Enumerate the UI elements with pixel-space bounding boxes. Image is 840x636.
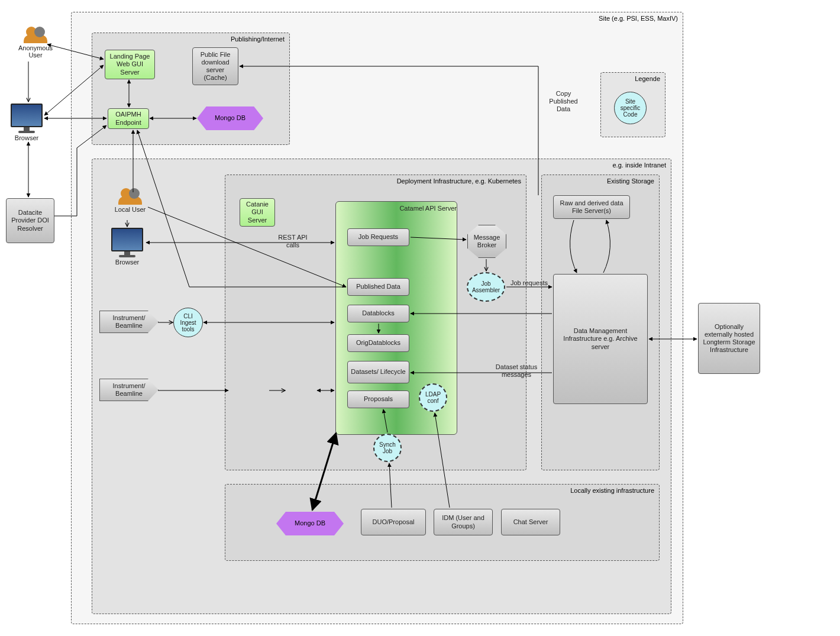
landing-page-label: Landing Page Web GUI Server xyxy=(108,53,152,76)
datablocks-label: Datablocks xyxy=(362,309,394,317)
instrument1-label: Instrument/ Beamline xyxy=(102,314,156,330)
public-file-label: Public File download server (Cache) xyxy=(195,51,235,82)
legend-site-code-circle: Site specific Code xyxy=(614,92,647,124)
ldap-conf-circle: LDAP conf xyxy=(419,383,447,412)
msg-broker2-label: Message Broker xyxy=(470,234,503,249)
storage-title: Existing Storage xyxy=(607,177,654,185)
cli-ingest-label: CLI Ingest tools xyxy=(175,313,201,332)
longterm-box: Optionally externally hosted Longterm St… xyxy=(698,303,760,374)
published-data-label: Published Data xyxy=(356,283,400,290)
intranet-title: e.g. inside Intranet xyxy=(612,162,666,169)
instrument-1: Instrument/ Beamline xyxy=(99,311,159,333)
browser2-label: Browser xyxy=(109,259,145,266)
dmi-label: Data Management Infrastructure e.g. Arch… xyxy=(556,327,645,351)
ldap-conf-label: LDAP conf xyxy=(421,391,445,404)
anonymous-user: Anonymous User xyxy=(15,27,56,59)
local-user: Local User xyxy=(109,188,151,213)
job-requests-box: Job Requests xyxy=(347,228,409,246)
synch-job-label: Synch Job xyxy=(376,441,399,454)
message-broker-2: Message Broker xyxy=(467,225,506,258)
published-data-box: Published Data xyxy=(347,278,409,296)
copy-published-label: Copy Published Data xyxy=(544,90,583,114)
public-file-box: Public File download server (Cache) xyxy=(192,47,238,85)
mongo1-box: Mongo DB xyxy=(197,106,263,130)
datacite-box: Datacite Provider DOI Resolver xyxy=(6,198,54,243)
oaipmh-box: OAIPMH Endpoint xyxy=(108,108,149,129)
datablocks-box: Datablocks xyxy=(347,305,409,322)
raw-derived-box: Raw and derived data File Server(s) xyxy=(553,195,630,219)
deployment-title: Deployment Infrastructure, e.g. Kubernet… xyxy=(397,177,521,185)
mongo2-label: Mongo DB xyxy=(295,519,325,527)
catamel-title: Catamel API Server xyxy=(374,205,457,212)
job-assembler-label: Job Assembler xyxy=(469,280,503,293)
rest-api-label: REST API calls xyxy=(272,234,314,249)
synch-job-circle: Synch Job xyxy=(373,434,402,462)
cli-ingest-circle: CLI Ingest tools xyxy=(173,308,203,337)
origdatablocks-label: OrigDatablocks xyxy=(356,339,400,347)
job-requests-label: Job Requests xyxy=(358,233,398,241)
job-requests-edge-label: Job requests xyxy=(510,279,548,287)
duo-box: DUO/Proposal xyxy=(361,509,426,535)
dmi-box: Data Management Infrastructure e.g. Arch… xyxy=(553,274,648,404)
origdatablocks-box: OrigDatablocks xyxy=(347,334,409,352)
landing-page-box: Landing Page Web GUI Server xyxy=(105,50,155,79)
chat-box: Chat Server xyxy=(501,509,560,535)
catanie-label: Catanie GUI Server xyxy=(243,201,272,224)
browser1-label: Browser xyxy=(9,134,44,141)
publishing-title: Publishing/Internet xyxy=(231,35,285,43)
mongo1-label: Mongo DB xyxy=(215,114,245,122)
instrument-2: Instrument/ Beamline xyxy=(99,379,159,401)
proposals-box: Proposals xyxy=(347,390,409,408)
legend-site-code-label: Site specific Code xyxy=(616,98,645,118)
browser-1: Browser xyxy=(9,104,44,141)
datasets-lifecycle-label: Datasets/ Lifecycle xyxy=(351,368,405,376)
anonymous-user-label: Anonymous User xyxy=(15,44,56,59)
oaipmh-label: OAIPMH Endpoint xyxy=(111,111,146,126)
job-assembler-circle: Job Assembler xyxy=(467,272,505,302)
raw-derived-label: Raw and derived data File Server(s) xyxy=(556,199,627,215)
idm-box: IDM (User and Groups) xyxy=(434,509,493,535)
mongo2-box: Mongo DB xyxy=(276,512,344,535)
longterm-label: Optionally externally hosted Longterm St… xyxy=(701,323,757,354)
local-infra-title: Locally existing infrastructure xyxy=(570,487,654,494)
idm-label: IDM (User and Groups) xyxy=(437,514,490,530)
proposals-label: Proposals xyxy=(364,395,393,403)
browser-2: Browser xyxy=(109,228,145,266)
legend-title: Legende xyxy=(635,75,660,82)
datasets-lifecycle-box: Datasets/ Lifecycle xyxy=(347,361,409,383)
duo-label: DUO/Proposal xyxy=(373,518,415,526)
chat-label: Chat Server xyxy=(513,518,548,526)
site-title: Site (e.g. PSI, ESS, MaxIV) xyxy=(599,15,678,22)
datacite-label: Datacite Provider DOI Resolver xyxy=(9,209,51,233)
catanie-box: Catanie GUI Server xyxy=(240,198,275,227)
local-user-label: Local User xyxy=(109,206,151,213)
dataset-status-label: Dataset status messages xyxy=(484,363,549,379)
instrument2-label: Instrument/ Beamline xyxy=(102,382,156,398)
